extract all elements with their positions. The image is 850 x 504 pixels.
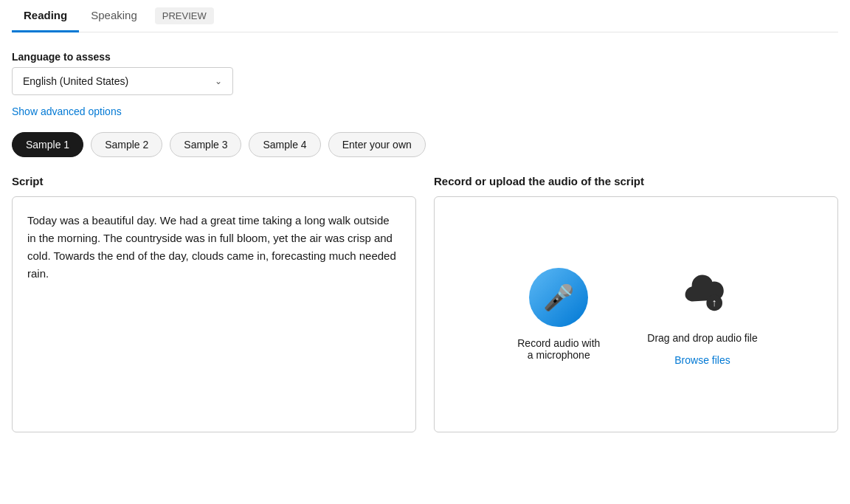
drag-drop-label: Drag and drop audio file	[647, 332, 757, 344]
script-section: Script Today was a beautiful day. We had…	[12, 175, 416, 432]
sample-3-button[interactable]: Sample 3	[170, 132, 241, 157]
tab-bar: Reading Speaking PREVIEW	[12, 0, 838, 32]
tab-preview[interactable]: PREVIEW	[155, 7, 214, 24]
script-title: Script	[12, 175, 416, 187]
cloud-upload-icon-wrap: ↑	[673, 263, 732, 322]
sample-2-button[interactable]: Sample 2	[91, 132, 162, 157]
sample-4-button[interactable]: Sample 4	[249, 132, 320, 157]
record-label: Record audio with a microphone	[514, 337, 603, 361]
main-content: Script Today was a beautiful day. We had…	[12, 175, 838, 432]
tab-reading[interactable]: Reading	[12, 0, 79, 32]
sample-1-button[interactable]: Sample 1	[12, 132, 83, 157]
microphone-icon: 🎤	[543, 283, 574, 312]
tab-speaking[interactable]: Speaking	[79, 0, 149, 32]
show-advanced-options-link[interactable]: Show advanced options	[12, 106, 122, 117]
language-label: Language to assess	[12, 50, 838, 63]
record-microphone-option: 🎤 Record audio with a microphone	[514, 268, 603, 361]
language-dropdown[interactable]: English (United States) ⌄	[12, 67, 233, 95]
browse-files-link[interactable]: Browse files	[674, 354, 730, 366]
chevron-down-icon: ⌄	[215, 76, 222, 86]
enter-your-own-button[interactable]: Enter your own	[328, 132, 426, 157]
audio-section: Record or upload the audio of the script…	[434, 175, 838, 432]
audio-title: Record or upload the audio of the script	[434, 175, 838, 187]
script-text-box: Today was a beautiful day. We had a grea…	[12, 196, 416, 432]
microphone-button[interactable]: 🎤	[529, 268, 588, 327]
sample-button-group: Sample 1 Sample 2 Sample 3 Sample 4 Ente…	[12, 132, 838, 157]
audio-upload-area: 🎤 Record audio with a microphone ↑	[434, 196, 838, 432]
upload-file-option: ↑ Drag and drop audio file Browse files	[647, 263, 757, 366]
svg-text:↑: ↑	[712, 297, 717, 308]
cloud-upload-icon: ↑	[676, 266, 729, 319]
